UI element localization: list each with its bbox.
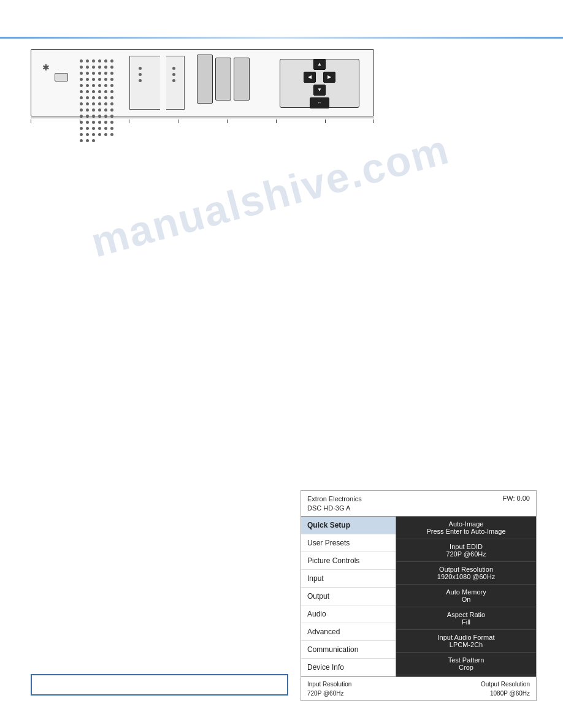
aspect-ratio-label: Aspect Ratio <box>402 611 530 618</box>
menu-item-picture-controls[interactable]: Picture Controls <box>301 552 396 570</box>
blue-rect <box>31 674 288 696</box>
output-resolution-label: Output Resolution <box>402 566 530 573</box>
menu-item-advanced[interactable]: Advanced <box>301 623 396 641</box>
top-decorative-line <box>0 37 563 39</box>
led-dots-mid <box>139 67 142 82</box>
content-input-audio-format[interactable]: Input Audio Format LPCM-2Ch <box>396 630 536 653</box>
osd-header-info: Extron Electronics DSC HD-3G A <box>307 495 362 514</box>
auto-image-label: Auto-Image <box>402 520 530 528</box>
connector-1 <box>197 55 213 104</box>
footer-input-value: 720P @60Hz <box>307 689 351 698</box>
osd-footer-input: Input Resolution 720P @60Hz <box>307 680 351 698</box>
test-pattern-label: Test Pattern <box>402 656 530 664</box>
menu-item-input[interactable]: Input <box>301 570 396 588</box>
content-aspect-ratio[interactable]: Aspect Ratio Fill <box>396 607 536 630</box>
connector-2 <box>215 58 231 100</box>
menu-item-device-info[interactable]: Device Info <box>301 659 396 677</box>
osd-content-column: Auto-Image Press Enter to Auto-Image Inp… <box>396 517 536 677</box>
nav-left-btn[interactable]: ◀ <box>304 72 316 83</box>
input-audio-format-label: Input Audio Format <box>402 634 530 641</box>
osd-body: Quick Setup User Presets Picture Control… <box>301 517 536 677</box>
power-led-icon <box>42 62 48 68</box>
port-connector <box>55 73 68 82</box>
osd-menu-column: Quick Setup User Presets Picture Control… <box>301 517 396 677</box>
input-audio-format-value: LPCM-2Ch <box>402 641 530 648</box>
auto-memory-label: Auto Memory <box>402 588 530 596</box>
content-auto-memory[interactable]: Auto Memory On <box>396 585 536 607</box>
footer-output-value: 1080P @60Hz <box>481 689 530 698</box>
nav-down-btn[interactable]: ▼ <box>313 85 326 96</box>
connector-3 <box>234 58 250 100</box>
nav-panel: ▲ ◀ ▶ ▼ ↔ <box>280 59 359 108</box>
osd-panel: Extron Electronics DSC HD-3G A FW: 0.00 … <box>301 490 537 701</box>
osd-fw: FW: 0.00 <box>503 495 530 502</box>
vent-dots-rendered <box>77 56 118 145</box>
content-auto-image[interactable]: Auto-Image Press Enter to Auto-Image <box>396 517 536 539</box>
menu-item-output[interactable]: Output <box>301 588 396 605</box>
aspect-ratio-value: Fill <box>402 618 530 626</box>
bracket-left <box>129 56 160 110</box>
osd-company: Extron Electronics <box>307 495 362 504</box>
input-edid-label: Input EDID <box>402 543 530 550</box>
footer-input-label: Input Resolution <box>307 680 351 689</box>
menu-item-communication[interactable]: Communication <box>301 641 396 659</box>
nav-wide-btn[interactable]: ↔ <box>310 97 329 108</box>
nav-up-btn[interactable]: ▲ <box>313 59 326 70</box>
content-test-pattern[interactable]: Test Pattern Crop <box>396 653 536 675</box>
auto-memory-value: On <box>402 596 530 603</box>
osd-footer: Input Resolution 720P @60Hz Output Resol… <box>301 677 536 700</box>
footer-output-label: Output Resolution <box>481 680 530 689</box>
menu-item-user-presets[interactable]: User Presets <box>301 534 396 552</box>
test-pattern-value: Crop <box>402 664 530 671</box>
nav-right-btn[interactable]: ▶ <box>323 72 335 83</box>
watermark: manualshive.com <box>86 125 454 267</box>
input-edid-value: 720P @60Hz <box>402 550 530 558</box>
auto-image-value: Press Enter to Auto-Image <box>402 528 530 535</box>
menu-item-quick-setup[interactable]: Quick Setup <box>301 517 396 534</box>
menu-item-audio[interactable]: Audio <box>301 605 396 623</box>
osd-footer-output: Output Resolution 1080P @60Hz <box>481 680 530 698</box>
led-dots-mid2 <box>172 67 175 82</box>
content-input-edid[interactable]: Input EDID 720P @60Hz <box>396 539 536 562</box>
connectors-group <box>197 55 250 104</box>
osd-header: Extron Electronics DSC HD-3G A FW: 0.00 <box>301 491 536 517</box>
output-resolution-value: 1920x1080 @60Hz <box>402 573 530 580</box>
bracket-right <box>166 56 185 110</box>
content-output-resolution[interactable]: Output Resolution 1920x1080 @60Hz <box>396 562 536 585</box>
osd-model: DSC HD-3G A <box>307 504 362 513</box>
